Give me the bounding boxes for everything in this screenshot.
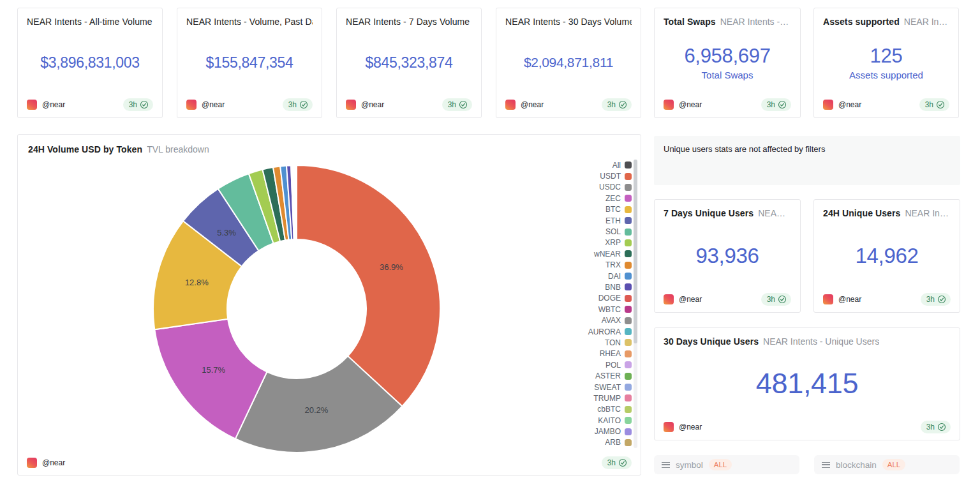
legend-item-ASTER[interactable]: ASTER: [549, 370, 632, 381]
slice-label-BTC: 12.8%: [185, 278, 209, 287]
verified-icon: [459, 100, 468, 109]
legend-scrollbar-thumb[interactable]: [634, 160, 637, 343]
stat-card-pastday-volume: NEAR Intents - Volume, Past Day $155,847…: [177, 8, 322, 118]
legend-item-SOL[interactable]: SOL: [549, 226, 632, 237]
filters-note: Unique users stats are not affected by f…: [654, 136, 960, 185]
legend-label: TRUMP: [593, 394, 621, 403]
author-handle: @near: [679, 423, 702, 431]
near-avatar-icon: [27, 458, 37, 468]
legend-label: ARB: [605, 438, 621, 447]
updated-badge[interactable]: 3h: [919, 98, 949, 111]
legend-label: USDC: [599, 183, 621, 191]
verified-icon: [299, 100, 308, 109]
author-link[interactable]: @near: [505, 100, 544, 110]
stat-value: 125: [870, 45, 903, 68]
near-avatar-icon: [27, 100, 37, 110]
legend-swatch: [625, 428, 632, 435]
donut-chart[interactable]: 36.9%20.2%15.7%12.8%5.3%: [150, 162, 443, 456]
legend-swatch: [625, 361, 632, 368]
card-title: Assets supported: [823, 17, 900, 27]
updated-badge[interactable]: 3h: [761, 98, 791, 111]
updated-badge[interactable]: 3h: [602, 98, 632, 111]
legend-item-SWEAT[interactable]: SWEAT: [549, 382, 632, 393]
legend-label: AURORA: [588, 327, 621, 336]
legend-swatch: [625, 406, 632, 413]
legend-item-XRP[interactable]: XRP: [549, 237, 632, 248]
legend-item-DAI[interactable]: DAI: [549, 271, 632, 281]
stat-card-total-swaps: Total SwapsNEAR Intents - Stats 6,958,69…: [654, 8, 801, 118]
near-avatar-icon: [505, 100, 516, 110]
updated-text: 3h: [926, 423, 935, 431]
legend-item-POL[interactable]: POL: [549, 359, 632, 370]
legend-item-RHEA[interactable]: RHEA: [549, 349, 632, 359]
legend-swatch: [625, 239, 632, 246]
legend-item-KAITO[interactable]: KAITO: [549, 415, 632, 426]
legend-item-JAMBO[interactable]: JAMBO: [549, 426, 632, 437]
legend-item-TON[interactable]: TON: [549, 337, 632, 348]
legend-swatch: [625, 173, 632, 180]
updated-text: 3h: [288, 100, 297, 109]
verified-icon: [937, 295, 946, 304]
updated-badge[interactable]: 3h: [761, 293, 791, 306]
legend-label: BNB: [605, 283, 621, 292]
updated-badge[interactable]: 3h: [283, 98, 313, 111]
legend-item-ETH[interactable]: ETH: [549, 215, 632, 226]
legend-label: POL: [605, 361, 621, 370]
card-title: Total Swaps: [664, 17, 716, 27]
card-title: 7 Days Unique Users: [664, 208, 754, 218]
stat-value-label: Assets supported: [849, 70, 923, 80]
author-link[interactable]: @near: [186, 100, 225, 110]
legend-item-AVAX[interactable]: AVAX: [549, 315, 632, 326]
legend-item-BTC[interactable]: BTC: [549, 204, 632, 215]
filter-symbol[interactable]: symbol ALL: [654, 455, 799, 474]
legend-item-ZEC[interactable]: ZEC: [549, 193, 632, 204]
author-link[interactable]: @near: [664, 294, 702, 304]
updated-badge[interactable]: 3h: [123, 98, 153, 111]
legend-item-cbBTC[interactable]: cbBTC: [549, 404, 632, 415]
legend-label: ETH: [605, 216, 621, 225]
verified-icon: [778, 100, 787, 109]
author-link[interactable]: @near: [664, 100, 702, 110]
legend-item-USDC[interactable]: USDC: [549, 182, 632, 193]
legend-item-WBTC[interactable]: WBTC: [549, 304, 632, 315]
card-title: NEAR Intents - Volume, Past Day: [186, 17, 313, 27]
updated-badge[interactable]: 3h: [921, 293, 951, 306]
slice-label-USDC: 20.2%: [305, 405, 329, 415]
near-avatar-icon: [664, 294, 674, 304]
updated-badge[interactable]: 3h: [442, 98, 472, 111]
author-handle: @near: [361, 100, 384, 109]
legend-item-All[interactable]: All: [549, 160, 632, 170]
updated-text: 3h: [607, 458, 616, 467]
updated-text: 3h: [925, 100, 933, 109]
legend-item-AURORA[interactable]: AURORA: [549, 326, 632, 337]
author-link[interactable]: @near: [823, 100, 861, 110]
updated-badge[interactable]: 3h: [921, 421, 951, 433]
filter-value-badge: ALL: [882, 459, 905, 470]
legend-item-TRUMP[interactable]: TRUMP: [549, 393, 632, 403]
verified-icon: [937, 423, 946, 431]
author-link[interactable]: @near: [664, 422, 702, 432]
author-link[interactable]: @near: [27, 458, 65, 468]
chart-subtitle: TVL breakdown: [147, 144, 209, 154]
updated-badge[interactable]: 3h: [602, 456, 632, 469]
author-link[interactable]: @near: [823, 294, 861, 304]
author-link[interactable]: @near: [27, 100, 65, 110]
legend-swatch: [625, 384, 632, 391]
legend-item-DOGE[interactable]: DOGE: [549, 293, 632, 304]
author-handle: @near: [838, 295, 861, 304]
filter-blockchain[interactable]: blockchain ALL: [814, 455, 960, 474]
card-subtitle: NEAR Intents - S…: [904, 17, 949, 27]
legend-item-TRX[interactable]: TRX: [549, 260, 632, 271]
legend-label: KAITO: [598, 416, 621, 425]
donut-slice-USDT[interactable]: [297, 165, 440, 406]
card-subtitle: NEAR Intents - Stats: [720, 17, 791, 27]
legend-item-BNB[interactable]: BNB: [549, 281, 632, 292]
legend-item-ARB[interactable]: ARB: [549, 437, 632, 448]
legend-swatch: [625, 184, 632, 191]
card-title: 30 Days Unique Users: [664, 336, 759, 347]
legend-item-USDT[interactable]: USDT: [549, 170, 632, 181]
slice-label-USDT: 36.9%: [380, 262, 403, 272]
legend-item-wNEAR[interactable]: wNEAR: [549, 248, 632, 259]
author-link[interactable]: @near: [346, 100, 384, 110]
legend-swatch: [625, 161, 632, 169]
